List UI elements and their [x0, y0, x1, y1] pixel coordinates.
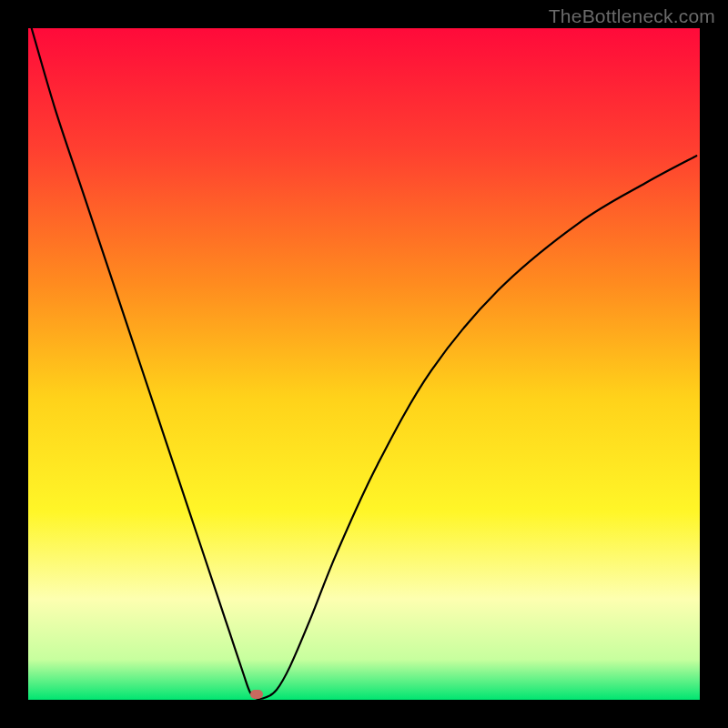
watermark-text: TheBottleneck.com	[549, 5, 715, 27]
optimal-point-marker	[250, 690, 263, 699]
plot-area	[28, 28, 700, 700]
bottleneck-curve	[28, 28, 700, 700]
chart-stage: TheBottleneck.com	[0, 0, 728, 728]
